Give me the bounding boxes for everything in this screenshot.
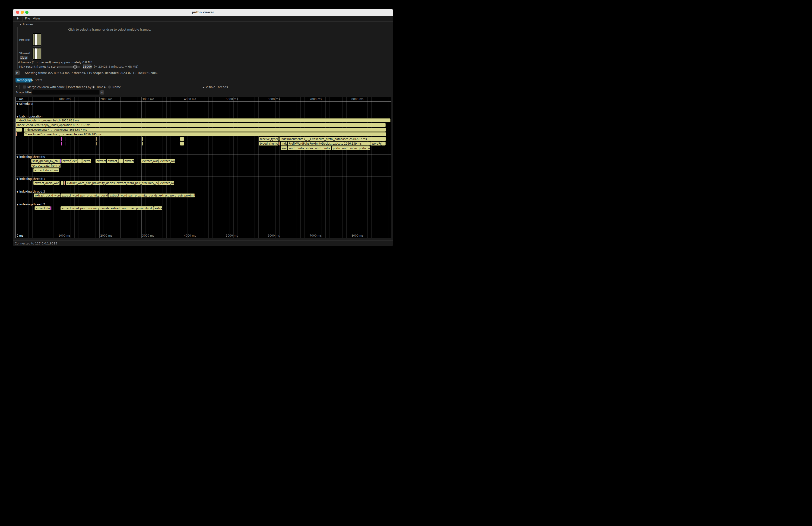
scope-filter-input[interactable] bbox=[32, 90, 99, 94]
scope-bar[interactable] bbox=[180, 137, 184, 141]
flamegraph-canvas[interactable]: 0 ms0 ms1000 ms1000 ms2000 ms2000 ms3000… bbox=[16, 97, 391, 238]
scope-bar[interactable]: extract_word_pair_proximity_docids::extr… bbox=[66, 181, 159, 185]
scope-bar[interactable]: prefix_word::index_prefix_wo bbox=[332, 146, 370, 150]
sort-by-name-label[interactable]: Name bbox=[112, 85, 121, 89]
merge-children-checkbox[interactable] bbox=[23, 86, 26, 88]
scope-bar[interactable]: extract_wo bbox=[159, 159, 175, 163]
frame-bar[interactable] bbox=[39, 48, 41, 59]
scope-bar[interactable]: extract bbox=[124, 159, 134, 163]
scope-bar[interactable] bbox=[66, 142, 66, 146]
frame-thumbnail-slowest[interactable] bbox=[32, 48, 42, 60]
time-axis-tick: 7000 ms bbox=[309, 98, 322, 101]
max-frames-value[interactable]: 18000 bbox=[83, 64, 91, 69]
theme-toggle-icon[interactable]: ✱ bbox=[16, 17, 19, 20]
frame-bar[interactable] bbox=[37, 34, 39, 45]
max-frames-slider-knob[interactable] bbox=[73, 65, 77, 69]
tab-stats[interactable]: Stats bbox=[35, 78, 42, 82]
scope-bar[interactable]: Word bbox=[281, 146, 287, 150]
clear-filter-button[interactable]: x bbox=[100, 90, 104, 94]
scope-bar[interactable]: extract bbox=[61, 159, 71, 163]
chevron-down-icon: ▼ bbox=[17, 178, 18, 180]
scope-bar[interactable]: IndexDocuments<_, _>::execute_raw 8459.1… bbox=[32, 132, 386, 136]
scope-bar[interactable]: extract_word bbox=[141, 159, 159, 163]
thread-group-header[interactable]: ▼batch-operation bbox=[17, 115, 43, 118]
scope-bar[interactable] bbox=[96, 137, 97, 141]
scope-bar[interactable] bbox=[142, 142, 143, 146]
thread-group-header[interactable]: ▼indexing-thread:1 bbox=[17, 177, 45, 180]
scope-bar[interactable]: WordPr bbox=[370, 142, 381, 146]
menu-view[interactable]: View bbox=[33, 17, 40, 20]
scope-bar[interactable]: extract_docid_word bbox=[33, 168, 59, 172]
scope-bar[interactable] bbox=[61, 137, 62, 141]
scope-bar[interactable]: IndexScheduler>::process_batch 8953.821 … bbox=[16, 118, 390, 122]
scope-bar[interactable]: extract_ bbox=[106, 159, 118, 163]
scope-bar[interactable]: typed_chunk::w bbox=[259, 142, 278, 146]
clear-frames-button[interactable]: Clear bbox=[20, 56, 28, 60]
menu-file[interactable]: File bbox=[25, 17, 30, 20]
divider bbox=[19, 85, 20, 89]
separator bbox=[13, 77, 393, 77]
scope-bar[interactable] bbox=[61, 181, 63, 185]
time-axis-tick: 7000 ms bbox=[309, 234, 322, 237]
scope-bar[interactable]: extract_ bbox=[96, 159, 106, 163]
scope-bar[interactable] bbox=[16, 128, 22, 132]
scope-bar[interactable]: extra bbox=[71, 159, 78, 163]
scope-bar[interactable]: extract::data_from_ob bbox=[31, 164, 61, 167]
visible-threads-header[interactable]: ▶Visible Threads bbox=[203, 85, 228, 89]
scope-bar[interactable]: IndexScheduler>::apply_index_operation 8… bbox=[16, 123, 386, 127]
time-axis-tick: 3000 ms bbox=[142, 234, 154, 237]
scope-bar[interactable]: extract_docid_word bbox=[33, 181, 60, 185]
scope-bar[interactable] bbox=[16, 106, 16, 110]
sort-by-time-radio[interactable] bbox=[92, 86, 95, 88]
scope-bar[interactable]: word_prefix::index_word_prefix_ bbox=[288, 146, 331, 150]
frames-collapsing-header[interactable]: ▼Frames bbox=[20, 23, 33, 26]
sort-by-time-label[interactable]: Time bbox=[97, 85, 104, 89]
sort-by-name-radio[interactable] bbox=[108, 86, 111, 88]
thread-group-header[interactable]: ▼indexing-thread:2 bbox=[17, 203, 45, 206]
scope-bar[interactable] bbox=[180, 142, 184, 146]
scope-bar[interactable] bbox=[96, 142, 97, 146]
thread-group-header[interactable]: ▼scheduler bbox=[17, 102, 33, 105]
frame-thumbnail-recent[interactable] bbox=[32, 33, 42, 47]
frames-summary: 4 frames (1 unpacked) using approximatel… bbox=[18, 60, 93, 64]
chevron-down-icon: ▼ bbox=[17, 191, 18, 193]
scope-bar[interactable] bbox=[64, 181, 65, 185]
scope-bar[interactable]: IndexDocuments<_, _>::execute_prefix_dat… bbox=[279, 137, 386, 141]
frame-bar[interactable] bbox=[39, 34, 41, 45]
scope-bar[interactable] bbox=[142, 137, 143, 141]
scope-bar[interactable]: PrefixWordPairsProximityDocids::execute … bbox=[288, 142, 370, 146]
scope-bar[interactable] bbox=[61, 142, 62, 146]
frame-bar[interactable] bbox=[33, 34, 35, 45]
thread-group-header[interactable]: ▼indexing-thread:3 bbox=[17, 190, 45, 193]
scope-bar[interactable] bbox=[50, 206, 52, 210]
time-axis-tick: 1000 ms bbox=[58, 98, 70, 101]
frame-bar[interactable] bbox=[37, 48, 39, 59]
frame-bar[interactable] bbox=[35, 48, 37, 59]
scope-bar[interactable]: extract_word_pair_proximity_docids::extr… bbox=[60, 206, 154, 210]
scope-bar[interactable]: IndexDocuments<_, _>::execute 8656.677 m… bbox=[24, 128, 386, 132]
frame-bar[interactable] bbox=[35, 34, 37, 45]
help-button[interactable]: ? bbox=[15, 85, 17, 89]
scope-bar[interactable] bbox=[279, 142, 280, 146]
scope-bar[interactable]: receive_typed_ bbox=[259, 137, 278, 141]
scope-bar[interactable] bbox=[66, 137, 66, 141]
play-button[interactable]: ▶ bbox=[15, 71, 20, 75]
scope-bar[interactable]: split_grenad_by_chun bbox=[31, 159, 60, 163]
scope-bar[interactable]: extract_wo bbox=[159, 181, 174, 185]
thread-group-header[interactable]: ▼indexing-thread:0 bbox=[17, 155, 45, 159]
scope-bar[interactable] bbox=[381, 142, 386, 146]
scope-bar[interactable]: extract_docid_word bbox=[34, 193, 60, 198]
scope-bar[interactable]: extract_doc bbox=[34, 206, 50, 210]
scope-bar[interactable]: extrac bbox=[82, 159, 91, 163]
scope-bar[interactable]: extrac bbox=[154, 206, 162, 210]
scope-bar[interactable]: index bbox=[281, 142, 287, 146]
scope-bar[interactable]: extract_word_pair_proximity_docids::extr… bbox=[108, 193, 195, 198]
scope-bar[interactable]: extract_word_pair_proximity_docids bbox=[60, 193, 108, 198]
tab-flamegraph[interactable]: Flamegraph bbox=[16, 78, 32, 83]
max-frames-label: Max recent frames to store: bbox=[19, 65, 60, 68]
scope-bar[interactable] bbox=[16, 132, 17, 136]
scope-bar[interactable] bbox=[78, 159, 82, 163]
frame-bar[interactable] bbox=[33, 48, 35, 59]
scope-bar[interactable] bbox=[118, 159, 123, 163]
scope-bar[interactable] bbox=[60, 159, 61, 163]
